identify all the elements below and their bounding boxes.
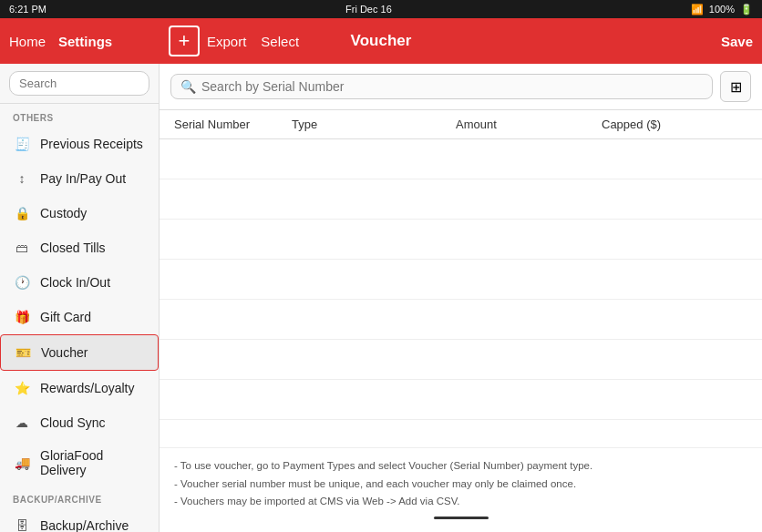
select-button[interactable]: Select	[261, 34, 299, 49]
arrows-icon: ↕	[13, 169, 31, 188]
clock-icon: 🕐	[13, 273, 31, 292]
table-row	[160, 179, 762, 220]
plus-icon: +	[179, 29, 190, 53]
sidebar-item-previous-receipts[interactable]: 🧾Previous Receipts	[0, 127, 159, 161]
export-button[interactable]: Export	[207, 34, 246, 49]
sidebar-item-clock-in-out[interactable]: 🕐Clock In/Out	[0, 265, 159, 300]
gift-icon: 🎁	[13, 308, 31, 326]
search-icon: 🔍	[180, 79, 196, 94]
cloud-icon: ☁	[13, 414, 31, 432]
battery-icon: 🔋	[740, 4, 753, 15]
col-capped: Capped ($)	[602, 118, 747, 131]
sidebar-item-label: Custody	[40, 206, 87, 220]
sidebar-item-label: Previous Receipts	[40, 137, 143, 151]
main-layout: OTHERS🧾Previous Receipts↕Pay In/Pay Out🔒…	[0, 64, 762, 532]
status-day: Fri Dec 16	[345, 4, 392, 15]
top-bar: Home Settings + Export Select Voucher Sa…	[0, 18, 762, 64]
sidebar-search-container	[0, 64, 159, 104]
lock-icon: 🔒	[13, 204, 31, 222]
sidebar-item-gift-card[interactable]: 🎁Gift Card	[0, 300, 159, 334]
main-content: 🔍 ⊞ Serial Number Type Amount Capped ($)	[160, 64, 762, 532]
delivery-icon: 🚚	[13, 454, 31, 472]
sidebar-item-pay-in-pay-out[interactable]: ↕Pay In/Pay Out	[0, 161, 159, 196]
page-title: Voucher	[351, 32, 412, 50]
table-row	[160, 300, 762, 340]
status-bar: 6:21 PM Fri Dec 16 📶 100% 🔋	[0, 0, 762, 18]
serial-search-bar[interactable]: 🔍	[170, 74, 713, 99]
footer: - To use voucher, go to Payment Types an…	[160, 447, 762, 532]
sidebar-section-label: OTHERS	[0, 104, 159, 127]
table-row	[160, 260, 762, 300]
footer-underline	[434, 517, 489, 519]
sidebar-item-label: Closed Tills	[40, 240, 106, 255]
star-icon: ⭐	[13, 379, 31, 397]
table-row	[160, 380, 762, 420]
table-row	[160, 340, 762, 380]
sidebar-item-label: Rewards/Loyalty	[40, 381, 135, 395]
filter-button[interactable]: ⊞	[720, 71, 751, 102]
sidebar-item-label: Clock In/Out	[40, 275, 110, 290]
sidebar-section-label: BACKUP/ARCHIVE	[0, 486, 159, 508]
add-button[interactable]: +	[169, 26, 200, 56]
archive-icon: 🗄	[13, 517, 31, 532]
table-body	[160, 139, 762, 447]
sidebar-item-custody[interactable]: 🔒Custody	[0, 196, 159, 230]
wifi-icon: 📶	[691, 4, 704, 15]
sidebar-item-label: GloriaFood Delivery	[40, 448, 146, 477]
footer-line: - Vouchers may be imported at CMS via We…	[174, 493, 747, 511]
sidebar-item-label: Backup/Archive	[40, 518, 129, 532]
sidebar-item-closed-tills[interactable]: 🗃Closed Tills	[0, 230, 159, 265]
save-button[interactable]: Save	[721, 34, 753, 49]
footer-line: - Voucher serial number must be unique, …	[174, 476, 747, 494]
ticket-icon: 🎫	[14, 343, 32, 362]
app-nav: Home Settings	[9, 34, 169, 49]
register-icon: 🗃	[13, 239, 31, 257]
sidebar: OTHERS🧾Previous Receipts↕Pay In/Pay Out🔒…	[0, 64, 160, 532]
footer-line: - To use voucher, go to Payment Types an…	[174, 457, 747, 476]
sidebar-search-input[interactable]	[9, 71, 149, 96]
sidebar-item-gloriaFood-delivery[interactable]: 🚚GloriaFood Delivery	[0, 440, 159, 486]
sidebar-item-label: Gift Card	[40, 310, 91, 324]
col-amount: Amount	[456, 118, 602, 131]
col-serial: Serial Number	[174, 118, 292, 131]
sidebar-item-label: Voucher	[41, 345, 88, 360]
sidebar-item-rewards-loyalty[interactable]: ⭐Rewards/Loyalty	[0, 371, 159, 405]
home-nav[interactable]: Home	[9, 34, 46, 49]
sidebar-item-backup-archive[interactable]: 🗄Backup/Archive	[0, 508, 159, 532]
sidebar-item-label: Cloud Sync	[40, 415, 106, 430]
table-header: Serial Number Type Amount Capped ($)	[160, 110, 762, 139]
status-time: 6:21 PM	[9, 4, 46, 15]
table-row	[160, 139, 762, 179]
battery-percent: 100%	[709, 4, 735, 15]
table-row	[160, 220, 762, 260]
filter-icon: ⊞	[730, 78, 742, 96]
col-type: Type	[292, 118, 456, 131]
sidebar-item-voucher[interactable]: 🎫Voucher	[0, 334, 159, 371]
settings-nav[interactable]: Settings	[58, 34, 112, 49]
serial-search-input[interactable]	[201, 79, 703, 94]
status-right: 📶 100% 🔋	[691, 4, 753, 15]
sidebar-item-label: Pay In/Pay Out	[40, 171, 126, 186]
main-toolbar: 🔍 ⊞	[160, 64, 762, 110]
sidebar-item-cloud-sync[interactable]: ☁Cloud Sync	[0, 405, 159, 440]
receipt-icon: 🧾	[13, 135, 31, 153]
